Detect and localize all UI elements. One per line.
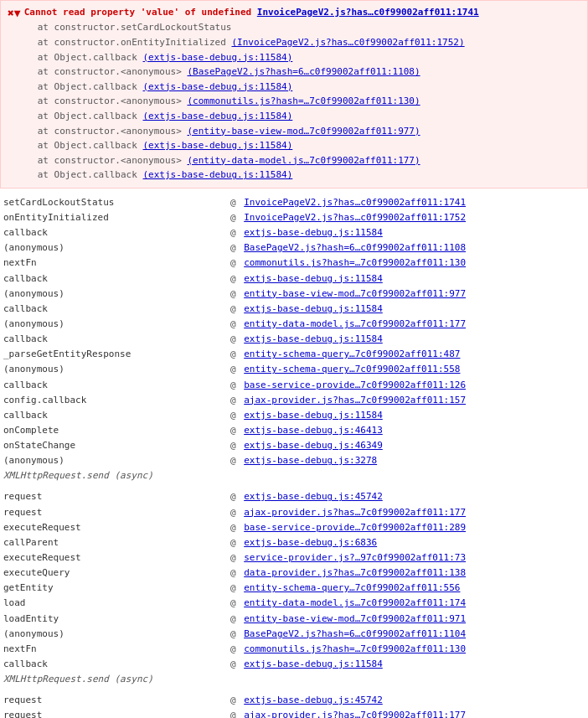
call-file-link[interactable]: data-provider.js?has…7c0f99002aff011:138 — [244, 566, 588, 581]
call-file-link[interactable]: ajax-provider.js?has…7c0f99002aff011:157 — [244, 393, 588, 408]
call-file-link[interactable]: extjs-base-debug.js:11584 — [244, 657, 588, 672]
stack-link[interactable]: (commonutils.js?hash=…7c0f99002aff011:13… — [187, 96, 420, 106]
call-file-link[interactable]: extjs-base-debug.js:46349 — [244, 438, 588, 453]
error-source-link[interactable]: InvoicePageV2.js?has…c0f99002aff011:1741 — [257, 7, 479, 18]
call-file-link[interactable]: entity-data-model.js…7c0f99002aff011:174 — [244, 596, 588, 611]
call-file-anchor[interactable]: entity-schema-query…7c0f99002aff011:487 — [244, 349, 460, 359]
stack-link[interactable]: (BasePageV2.js?hash=6…c0f99002aff011:110… — [187, 66, 420, 77]
call-file-anchor[interactable]: entity-base-view-mod…7c0f99002aff011:971 — [244, 613, 466, 624]
call-file-anchor[interactable]: extjs-base-debug.js:46413 — [244, 425, 383, 436]
call-file-link[interactable]: extjs-base-debug.js:11584 — [244, 332, 588, 347]
call-file-anchor[interactable]: entity-schema-query…7c0f99002aff011:556 — [244, 582, 460, 593]
call-file-anchor[interactable]: extjs-base-debug.js:3278 — [244, 455, 377, 466]
stack-link[interactable]: (extjs-base-debug.js:11584) — [143, 140, 293, 151]
call-at-symbol: @ — [230, 550, 244, 566]
call-file-anchor[interactable]: entity-schema-query…7c0f99002aff011:558 — [244, 364, 460, 374]
call-stack-container: setCardLockoutStatus@InvoicePageV2.js?ha… — [0, 195, 588, 718]
call-file-link[interactable]: base-service-provide…7c0f99002aff011:289 — [244, 520, 588, 535]
call-file-link[interactable]: extjs-base-debug.js:3278 — [244, 453, 588, 468]
call-file-link[interactable]: extjs-base-debug.js:6836 — [244, 535, 588, 550]
call-file-anchor[interactable]: extjs-base-debug.js:11584 — [244, 410, 383, 421]
call-file-anchor[interactable]: ajax-provider.js?has…7c0f99002aff011:177 — [244, 507, 466, 518]
call-file-anchor[interactable]: data-provider.js?has…7c0f99002aff011:138 — [244, 567, 466, 578]
call-file-anchor[interactable]: extjs-base-debug.js:46349 — [244, 440, 383, 451]
call-file-anchor[interactable]: InvoicePageV2.js?has…c0f99002aff011:1752 — [244, 212, 466, 223]
call-file-anchor[interactable]: base-service-provide…7c0f99002aff011:126 — [244, 380, 466, 390]
call-file-anchor[interactable]: extjs-base-debug.js:11584 — [244, 303, 383, 314]
call-file-link[interactable]: extjs-base-debug.js:11584 — [244, 271, 588, 287]
stack-link[interactable]: (entity-base-view-mod…7c0f99002aff011:97… — [187, 126, 420, 137]
call-func-name: request — [0, 708, 230, 718]
call-file-link[interactable]: BasePageV2.js?hash=6…c0f99002aff011:1104 — [244, 627, 588, 642]
call-file-link[interactable]: extjs-base-debug.js:11584 — [244, 408, 588, 423]
call-file-link[interactable]: commonutils.js?hash=…7c0f99002aff011:130 — [244, 642, 588, 657]
call-at-symbol: @ — [230, 287, 244, 302]
call-file-anchor[interactable]: ajax-provider.js?has…7c0f99002aff011:157 — [244, 395, 466, 405]
call-file-link[interactable]: base-service-provide…7c0f99002aff011:126 — [244, 378, 588, 393]
call-file-anchor[interactable]: extjs-base-debug.js:45742 — [244, 695, 383, 705]
call-func-name: (anonymous) — [0, 362, 230, 377]
call-file-anchor[interactable]: ajax-provider.js?has…7c0f99002aff011:177 — [244, 710, 466, 718]
stack-line: at Object.callback (extjs-base-debug.js:… — [38, 50, 479, 65]
call-file-link[interactable]: extjs-base-debug.js:45742 — [244, 693, 588, 708]
call-file-link[interactable]: InvoicePageV2.js?has…c0f99002aff011:1741 — [244, 195, 588, 210]
call-file-anchor[interactable]: extjs-base-debug.js:11584 — [244, 659, 383, 669]
stack-link[interactable]: (InvoicePageV2.js?has…c0f99002aff011:175… — [231, 37, 464, 48]
call-at-symbol: @ — [230, 302, 244, 317]
call-file-link[interactable]: extjs-base-debug.js:45742 — [244, 489, 588, 504]
call-file-anchor[interactable]: entity-data-model.js…7c0f99002aff011:177 — [244, 318, 466, 329]
error-icon: ✖▼ — [8, 7, 21, 19]
call-file-link[interactable]: InvoicePageV2.js?has…c0f99002aff011:1752 — [244, 210, 588, 225]
call-file-link[interactable]: service-provider.js?…97c0f99002aff011:73 — [244, 550, 588, 566]
call-file-link[interactable]: ajax-provider.js?has…7c0f99002aff011:177 — [244, 505, 588, 520]
call-file-link[interactable]: entity-base-view-mod…7c0f99002aff011:971 — [244, 612, 588, 627]
call-stack-row: executeRequest@service-provider.js?…97c0… — [0, 550, 588, 566]
stack-link[interactable]: (entity-data-model.js…7c0f99002aff011:17… — [187, 155, 420, 166]
call-file-anchor[interactable]: commonutils.js?hash=…7c0f99002aff011:130 — [244, 643, 466, 654]
call-file-link[interactable]: ajax-provider.js?has…7c0f99002aff011:177 — [244, 708, 588, 718]
call-file-link[interactable]: entity-data-model.js…7c0f99002aff011:177 — [244, 317, 588, 332]
call-file-link[interactable]: extjs-base-debug.js:11584 — [244, 302, 588, 317]
stack-line: at constructor.<anonymous> (BasePageV2.j… — [38, 65, 479, 80]
call-file-link[interactable]: extjs-base-debug.js:46413 — [244, 423, 588, 438]
stack-link[interactable]: (extjs-base-debug.js:11584) — [143, 111, 293, 121]
call-file-anchor[interactable]: entity-data-model.js…7c0f99002aff011:174 — [244, 597, 466, 608]
call-at-symbol: @ — [230, 596, 244, 611]
call-stack-row: onEntityInitialized@InvoicePageV2.js?has… — [0, 210, 588, 225]
call-file-anchor[interactable]: service-provider.js?…97c0f99002aff011:73 — [244, 552, 466, 563]
call-file-anchor[interactable]: commonutils.js?hash=…7c0f99002aff011:130 — [244, 257, 466, 268]
call-file-anchor[interactable]: BasePageV2.js?hash=6…c0f99002aff011:1108 — [244, 242, 466, 253]
call-at-symbol: @ — [230, 520, 244, 535]
call-at-symbol: @ — [230, 657, 244, 672]
call-stack-row: (anonymous)@BasePageV2.js?hash=6…c0f9900… — [0, 240, 588, 256]
call-file-anchor[interactable]: extjs-base-debug.js:45742 — [244, 491, 383, 502]
error-title: Cannot read property 'value' of undefine… — [24, 7, 479, 18]
call-file-anchor[interactable]: extjs-base-debug.js:11584 — [244, 227, 383, 238]
call-file-link[interactable]: entity-base-view-mod…7c0f99002aff011:977 — [244, 287, 588, 302]
call-stack-row: getEntity@entity-schema-query…7c0f99002a… — [0, 581, 588, 596]
call-file-anchor[interactable]: extjs-base-debug.js:6836 — [244, 537, 377, 548]
error-panel: ✖▼ Cannot read property 'value' of undef… — [0, 0, 588, 189]
call-file-anchor[interactable]: extjs-base-debug.js:11584 — [244, 273, 383, 284]
call-file-anchor[interactable]: entity-base-view-mod…7c0f99002aff011:977 — [244, 288, 466, 299]
stack-link[interactable]: (extjs-base-debug.js:11584) — [143, 52, 293, 63]
stack-link[interactable]: (extjs-base-debug.js:11584) — [143, 81, 293, 92]
call-at-symbol: @ — [230, 347, 244, 362]
stack-link[interactable]: (extjs-base-debug.js:11584) — [143, 169, 293, 180]
call-file-link[interactable]: BasePageV2.js?hash=6…c0f99002aff011:1108 — [244, 240, 588, 256]
call-file-anchor[interactable]: base-service-provide…7c0f99002aff011:289 — [244, 522, 466, 533]
call-file-link[interactable]: commonutils.js?hash=…7c0f99002aff011:130 — [244, 256, 588, 271]
call-file-link[interactable]: entity-schema-query…7c0f99002aff011:556 — [244, 581, 588, 596]
call-file-link[interactable]: extjs-base-debug.js:11584 — [244, 225, 588, 240]
call-stack-row: (anonymous)@entity-schema-query…7c0f9900… — [0, 362, 588, 377]
call-file-anchor[interactable]: InvoicePageV2.js?has…c0f99002aff011:1741 — [244, 197, 466, 208]
call-func-name: (anonymous) — [0, 287, 230, 302]
call-file-anchor[interactable]: extjs-base-debug.js:11584 — [244, 333, 383, 344]
call-stack-row: loadEntity@entity-base-view-mod…7c0f9900… — [0, 612, 588, 627]
call-stack-row: (anonymous)@BasePageV2.js?hash=6…c0f9900… — [0, 627, 588, 642]
call-func-name: nextFn — [0, 256, 230, 271]
call-file-anchor[interactable]: BasePageV2.js?hash=6…c0f99002aff011:1104 — [244, 628, 466, 639]
call-file-link[interactable]: entity-schema-query…7c0f99002aff011:558 — [244, 362, 588, 377]
stack-line: at Object.callback (extjs-base-debug.js:… — [38, 109, 479, 124]
call-file-link[interactable]: entity-schema-query…7c0f99002aff011:487 — [244, 347, 588, 362]
